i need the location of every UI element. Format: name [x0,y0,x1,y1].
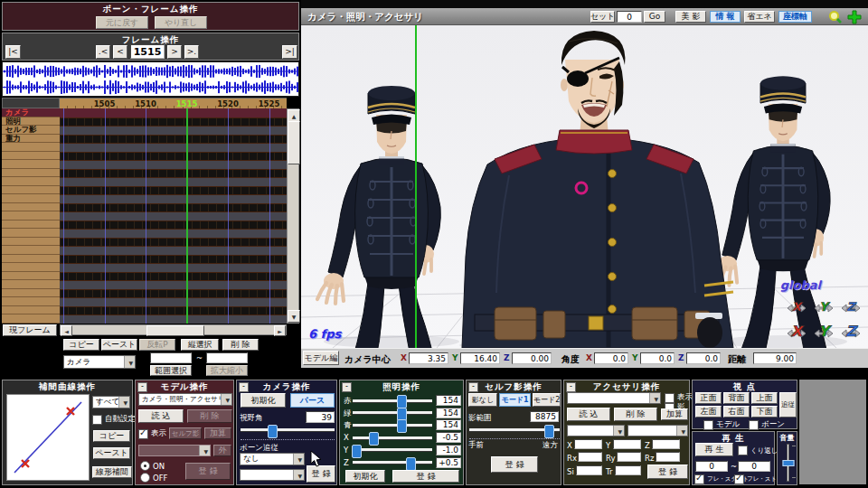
angle-z-input[interactable]: 0.0 [686,352,721,364]
shadow-range-slider[interactable] [469,424,560,436]
accessory-delete-button[interactable]: 削 除 [614,408,657,421]
view-right-button[interactable]: 右面 [723,406,750,418]
track-label-1[interactable]: 照明 [2,117,60,127]
light-value-input-2[interactable]: 154 [436,419,461,430]
perspective-button[interactable]: パース [290,393,335,408]
timeline-grid-row[interactable] [60,135,287,144]
distance-input[interactable]: 9.00 [753,352,797,364]
track-label-empty[interactable] [2,314,60,324]
view-model-checkbox[interactable]: モデル [703,419,740,430]
gizmo-rotate-z-icon[interactable]: Z [839,296,864,318]
timeline-grid-row[interactable] [60,108,287,117]
viewport-canvas[interactable]: 6 fps global XYZXYZ [301,25,868,348]
timeline-grid-row[interactable] [60,306,287,315]
track-label-empty[interactable] [2,160,60,169]
timeline-grid-row[interactable] [60,203,287,212]
timeline-grid-row[interactable] [60,160,287,169]
track-label-empty[interactable] [2,221,60,230]
scroll-thumb[interactable] [288,121,300,164]
scroll-left-arrow[interactable]: ◄ [61,325,72,336]
accessory-bone-select[interactable] [627,425,688,436]
track-label-empty[interactable] [2,306,60,315]
light-value-input-0[interactable]: 154 [436,395,461,406]
timeline-grid-row[interactable] [60,169,287,178]
timeline-grid-row[interactable] [60,186,287,195]
shadow-range-input[interactable]: 8875 [530,411,559,422]
magnifier-icon[interactable] [828,10,843,24]
acc-x-input[interactable] [574,439,602,449]
view-bottom-button[interactable]: 下面 [751,406,778,418]
timeline-grid-row[interactable] [60,272,287,281]
track-label-empty[interactable] [2,289,60,298]
play-button[interactable]: 再 生 [695,443,733,456]
frame-prev-big-button[interactable]: .< [96,45,110,59]
model-load-button[interactable]: 読 込 [138,409,184,423]
view-bone-checkbox[interactable]: ボーン [749,419,785,430]
model-select[interactable]: カメラ・照明・アクセサリ [138,393,232,406]
scroll-up-arrow[interactable]: ▲ [288,109,300,122]
light-slider-2[interactable] [353,419,432,431]
timeline-grid-row[interactable] [60,143,287,152]
camera-init-button[interactable]: 初期化 [241,393,286,408]
flip-paste-button[interactable]: 反転P [139,339,175,351]
camera-z-input[interactable]: 0.00 [512,352,552,364]
audio-waveform[interactable] [2,61,299,97]
current-frame-button[interactable]: 現フレーム [3,324,57,336]
accessory-model-select[interactable] [567,425,625,436]
light-value-input-1[interactable]: 154 [436,408,461,418]
fov-input[interactable]: 39 [306,411,335,423]
model-sub-select[interactable] [138,445,211,456]
camera-x-input[interactable]: 3.35 [409,352,448,364]
redo-button[interactable]: やり直し [155,16,207,29]
gizmo-move-x-icon[interactable]: X [785,322,810,343]
track-label-empty[interactable] [2,169,60,178]
frame-prev-button[interactable]: < [113,45,127,59]
frame-next-big-button[interactable]: >. [184,45,199,59]
eco-button[interactable]: 省エネ [744,11,775,23]
info-button[interactable]: 情 報 [710,11,741,23]
frame-last-button[interactable]: >| [282,45,297,59]
acc-z-input[interactable] [652,439,680,449]
track-label-empty[interactable] [2,186,60,195]
bone-follow-select[interactable]: なし [240,453,305,465]
add-plus-icon[interactable] [846,9,863,25]
acc-y-input[interactable] [613,439,641,449]
view-back-button[interactable]: 背面 [723,392,750,404]
track-label-empty[interactable] [2,255,60,264]
model-delete-button[interactable]: 削 除 [187,409,232,423]
track-label-0[interactable]: カメラ [2,108,60,117]
track-label-empty[interactable] [2,272,60,281]
shadow-none-button[interactable]: 影なし [468,393,497,407]
track-label-empty[interactable] [2,297,60,306]
angle-y-input[interactable]: 0.0 [640,352,675,364]
track-label-empty[interactable] [2,203,60,212]
copy-button[interactable]: コピー [63,339,99,351]
model-on-radio[interactable]: ON [140,461,165,471]
set-button[interactable]: セット [590,11,615,23]
scroll-down-arrow[interactable]: ▼ [288,310,300,323]
light-register-button[interactable]: 登 録 [392,470,459,483]
light-slider-4[interactable] [353,445,432,456]
timeline-grid-row[interactable] [60,280,287,289]
model-add-button[interactable]: 加算 [204,427,231,439]
interp-target-select[interactable]: すべて [92,396,130,408]
light-slider-5[interactable] [353,457,432,469]
volume-thumb[interactable] [782,460,794,466]
timeline-grid-row[interactable] [60,289,287,298]
track-label-2[interactable]: セルフ影 [2,126,60,135]
timeline-grid-row[interactable] [60,194,287,203]
track-label-empty[interactable] [2,229,60,238]
frame-first-button[interactable]: |< [5,45,21,59]
range-to-input[interactable] [206,352,248,363]
track-label-empty[interactable] [2,194,60,203]
timeline-grid-row[interactable] [60,229,287,238]
gizmo-move-y-icon[interactable]: Y [812,322,837,343]
interp-curve-editor[interactable] [6,394,90,481]
fov-slider[interactable] [241,424,335,436]
timeline-grid-row[interactable] [60,126,287,135]
acc-rx-input[interactable] [578,452,602,462]
interp-copy-button[interactable]: コピー [93,430,130,442]
acc-tr-input[interactable] [615,465,641,475]
view-top-button[interactable]: 上面 [751,392,778,404]
beauty-shadow-button[interactable]: 美 影 [675,11,706,23]
